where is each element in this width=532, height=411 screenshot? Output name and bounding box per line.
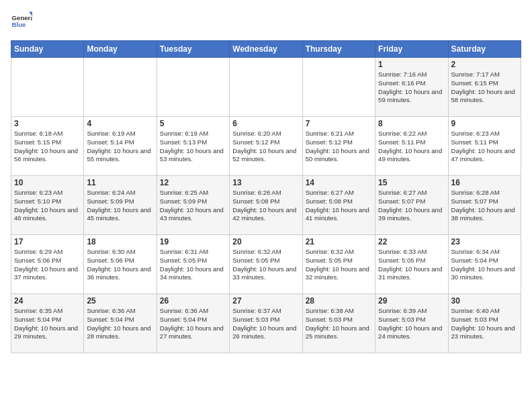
day-number: 9 <box>451 119 518 128</box>
day-number: 26 <box>160 296 226 306</box>
day-cell: 28Sunrise: 6:38 AM Sunset: 5:03 PM Dayli… <box>302 294 375 353</box>
day-cell: 9Sunrise: 6:23 AM Sunset: 5:11 PM Daylig… <box>448 117 521 176</box>
day-cell: 1Sunrise: 7:16 AM Sunset: 6:16 PM Daylig… <box>375 58 448 117</box>
day-number: 1 <box>378 60 445 69</box>
day-number: 7 <box>306 119 372 128</box>
weekday-header-friday: Friday <box>375 41 448 58</box>
day-cell: 4Sunrise: 6:19 AM Sunset: 5:14 PM Daylig… <box>84 117 157 176</box>
weekday-header-tuesday: Tuesday <box>157 41 229 58</box>
day-info: Sunrise: 6:21 AM Sunset: 5:12 PM Dayligh… <box>306 130 372 164</box>
day-info: Sunrise: 6:35 AM Sunset: 5:04 PM Dayligh… <box>14 307 81 341</box>
day-number: 11 <box>87 178 153 187</box>
day-info: Sunrise: 6:27 AM Sunset: 5:07 PM Dayligh… <box>378 189 445 223</box>
day-cell: 15Sunrise: 6:27 AM Sunset: 5:07 PM Dayli… <box>375 176 448 235</box>
day-info: Sunrise: 6:20 AM Sunset: 5:12 PM Dayligh… <box>232 130 299 164</box>
day-number: 20 <box>232 237 299 246</box>
weekday-header-wednesday: Wednesday <box>230 41 302 58</box>
svg-text:Blue: Blue <box>12 21 26 28</box>
weekday-header-sunday: Sunday <box>11 41 84 58</box>
day-cell: 7Sunrise: 6:21 AM Sunset: 5:12 PM Daylig… <box>302 117 375 176</box>
day-info: Sunrise: 6:37 AM Sunset: 5:03 PM Dayligh… <box>232 307 299 341</box>
day-number: 25 <box>87 296 153 306</box>
day-info: Sunrise: 6:19 AM Sunset: 5:14 PM Dayligh… <box>87 130 153 164</box>
day-cell: 25Sunrise: 6:36 AM Sunset: 5:04 PM Dayli… <box>84 294 157 353</box>
weekday-header-saturday: Saturday <box>448 41 521 58</box>
day-info: Sunrise: 6:33 AM Sunset: 5:05 PM Dayligh… <box>378 248 445 282</box>
day-info: Sunrise: 6:34 AM Sunset: 5:04 PM Dayligh… <box>451 248 518 282</box>
day-number: 16 <box>451 178 518 187</box>
day-cell: 12Sunrise: 6:25 AM Sunset: 5:09 PM Dayli… <box>157 176 229 235</box>
day-cell: 18Sunrise: 6:30 AM Sunset: 5:06 PM Dayli… <box>84 235 157 294</box>
day-info: Sunrise: 6:23 AM Sunset: 5:11 PM Dayligh… <box>451 130 518 164</box>
day-number: 22 <box>378 237 445 246</box>
day-number: 23 <box>451 237 518 246</box>
day-info: Sunrise: 6:27 AM Sunset: 5:08 PM Dayligh… <box>306 189 372 223</box>
day-cell: 3Sunrise: 6:18 AM Sunset: 5:15 PM Daylig… <box>11 117 84 176</box>
day-cell <box>230 58 302 117</box>
day-number: 13 <box>232 178 299 187</box>
day-number: 10 <box>14 178 81 187</box>
week-row-2: 3Sunrise: 6:18 AM Sunset: 5:15 PM Daylig… <box>11 117 521 176</box>
day-info: Sunrise: 6:31 AM Sunset: 5:05 PM Dayligh… <box>160 248 226 282</box>
day-cell <box>11 58 84 117</box>
week-row-4: 17Sunrise: 6:29 AM Sunset: 5:06 PM Dayli… <box>11 235 521 294</box>
day-number: 15 <box>378 178 445 187</box>
day-cell: 19Sunrise: 6:31 AM Sunset: 5:05 PM Dayli… <box>157 235 229 294</box>
day-cell <box>157 58 229 117</box>
day-cell: 6Sunrise: 6:20 AM Sunset: 5:12 PM Daylig… <box>230 117 302 176</box>
day-cell: 30Sunrise: 6:40 AM Sunset: 5:03 PM Dayli… <box>448 294 521 353</box>
day-number: 12 <box>160 178 226 187</box>
day-number: 4 <box>87 119 153 128</box>
day-cell: 16Sunrise: 6:28 AM Sunset: 5:07 PM Dayli… <box>448 176 521 235</box>
day-info: Sunrise: 6:40 AM Sunset: 5:03 PM Dayligh… <box>451 307 518 341</box>
day-info: Sunrise: 7:17 AM Sunset: 6:15 PM Dayligh… <box>451 71 518 105</box>
day-number: 2 <box>451 60 518 69</box>
header: General Blue <box>11 11 521 32</box>
day-cell <box>84 58 157 117</box>
day-info: Sunrise: 6:32 AM Sunset: 5:05 PM Dayligh… <box>232 248 299 282</box>
day-info: Sunrise: 6:36 AM Sunset: 5:04 PM Dayligh… <box>160 307 226 341</box>
day-number: 14 <box>306 178 372 187</box>
day-number: 30 <box>451 296 518 306</box>
weekday-header-row: SundayMondayTuesdayWednesdayThursdayFrid… <box>11 41 521 58</box>
calendar-page: General Blue SundayMondayTuesdayWednesda… <box>0 0 532 360</box>
day-number: 28 <box>306 296 372 306</box>
day-info: Sunrise: 6:29 AM Sunset: 5:06 PM Dayligh… <box>14 248 81 282</box>
day-cell: 26Sunrise: 6:36 AM Sunset: 5:04 PM Dayli… <box>157 294 229 353</box>
day-info: Sunrise: 6:32 AM Sunset: 5:05 PM Dayligh… <box>306 248 372 282</box>
day-number: 18 <box>87 237 153 246</box>
day-cell: 17Sunrise: 6:29 AM Sunset: 5:06 PM Dayli… <box>11 235 84 294</box>
day-info: Sunrise: 7:16 AM Sunset: 6:16 PM Dayligh… <box>378 71 445 105</box>
day-cell: 13Sunrise: 6:26 AM Sunset: 5:08 PM Dayli… <box>230 176 302 235</box>
day-cell: 21Sunrise: 6:32 AM Sunset: 5:05 PM Dayli… <box>302 235 375 294</box>
day-info: Sunrise: 6:28 AM Sunset: 5:07 PM Dayligh… <box>451 189 518 223</box>
day-cell: 29Sunrise: 6:39 AM Sunset: 5:03 PM Dayli… <box>375 294 448 353</box>
day-cell: 20Sunrise: 6:32 AM Sunset: 5:05 PM Dayli… <box>230 235 302 294</box>
day-cell <box>302 58 375 117</box>
day-number: 8 <box>378 119 445 128</box>
day-cell: 14Sunrise: 6:27 AM Sunset: 5:08 PM Dayli… <box>302 176 375 235</box>
day-info: Sunrise: 6:25 AM Sunset: 5:09 PM Dayligh… <box>160 189 226 223</box>
day-info: Sunrise: 6:19 AM Sunset: 5:13 PM Dayligh… <box>160 130 226 164</box>
day-number: 19 <box>160 237 226 246</box>
day-cell: 8Sunrise: 6:22 AM Sunset: 5:11 PM Daylig… <box>375 117 448 176</box>
day-cell: 27Sunrise: 6:37 AM Sunset: 5:03 PM Dayli… <box>230 294 302 353</box>
week-row-3: 10Sunrise: 6:23 AM Sunset: 5:10 PM Dayli… <box>11 176 521 235</box>
day-cell: 24Sunrise: 6:35 AM Sunset: 5:04 PM Dayli… <box>11 294 84 353</box>
weekday-header-monday: Monday <box>84 41 157 58</box>
day-info: Sunrise: 6:26 AM Sunset: 5:08 PM Dayligh… <box>232 189 299 223</box>
day-cell: 10Sunrise: 6:23 AM Sunset: 5:10 PM Dayli… <box>11 176 84 235</box>
day-cell: 5Sunrise: 6:19 AM Sunset: 5:13 PM Daylig… <box>157 117 229 176</box>
day-number: 6 <box>232 119 299 128</box>
day-cell: 11Sunrise: 6:24 AM Sunset: 5:09 PM Dayli… <box>84 176 157 235</box>
day-cell: 23Sunrise: 6:34 AM Sunset: 5:04 PM Dayli… <box>448 235 521 294</box>
calendar-table: SundayMondayTuesdayWednesdayThursdayFrid… <box>11 40 521 353</box>
day-number: 21 <box>306 237 372 246</box>
day-info: Sunrise: 6:22 AM Sunset: 5:11 PM Dayligh… <box>378 130 445 164</box>
day-info: Sunrise: 6:38 AM Sunset: 5:03 PM Dayligh… <box>306 307 372 341</box>
day-number: 29 <box>378 296 445 306</box>
week-row-1: 1Sunrise: 7:16 AM Sunset: 6:16 PM Daylig… <box>11 58 521 117</box>
day-cell: 2Sunrise: 7:17 AM Sunset: 6:15 PM Daylig… <box>448 58 521 117</box>
day-info: Sunrise: 6:24 AM Sunset: 5:09 PM Dayligh… <box>87 189 153 223</box>
logo: General Blue <box>11 11 32 32</box>
